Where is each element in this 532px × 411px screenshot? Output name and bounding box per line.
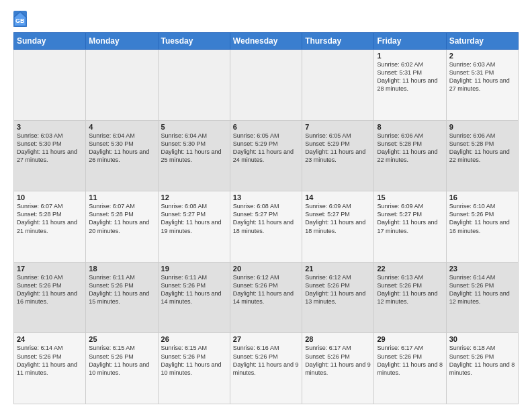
day-number: 9 — [449, 123, 515, 131]
day-cell: 16Sunrise: 6:10 AM Sunset: 5:26 PM Dayli… — [446, 191, 518, 263]
day-number: 7 — [305, 123, 371, 131]
day-info: Sunrise: 6:08 AM Sunset: 5:27 PM Dayligh… — [161, 202, 227, 235]
day-cell: 9Sunrise: 6:06 AM Sunset: 5:28 PM Daylig… — [446, 120, 518, 191]
day-number: 14 — [305, 193, 371, 201]
day-cell: 6Sunrise: 6:05 AM Sunset: 5:29 PM Daylig… — [230, 120, 302, 191]
day-info: Sunrise: 6:04 AM Sunset: 5:30 PM Dayligh… — [89, 132, 154, 165]
day-number: 6 — [233, 123, 299, 131]
calendar-header: SundayMondayTuesdayWednesdayThursdayFrid… — [14, 33, 519, 50]
day-number: 26 — [161, 335, 227, 343]
day-number: 17 — [17, 265, 83, 273]
day-info: Sunrise: 6:06 AM Sunset: 5:28 PM Dayligh… — [449, 132, 515, 165]
day-number: 21 — [305, 265, 371, 273]
day-info: Sunrise: 6:16 AM Sunset: 5:26 PM Dayligh… — [233, 344, 299, 377]
day-info: Sunrise: 6:04 AM Sunset: 5:30 PM Dayligh… — [161, 132, 227, 165]
day-cell: 20Sunrise: 6:12 AM Sunset: 5:26 PM Dayli… — [230, 262, 302, 333]
day-info: Sunrise: 6:05 AM Sunset: 5:29 PM Dayligh… — [233, 132, 299, 165]
day-info: Sunrise: 6:14 AM Sunset: 5:26 PM Dayligh… — [449, 273, 515, 306]
day-info: Sunrise: 6:07 AM Sunset: 5:28 PM Dayligh… — [17, 202, 83, 235]
day-info: Sunrise: 6:09 AM Sunset: 5:27 PM Dayligh… — [305, 202, 371, 235]
day-info: Sunrise: 6:12 AM Sunset: 5:26 PM Dayligh… — [233, 273, 299, 306]
day-number: 28 — [305, 335, 371, 343]
day-number: 27 — [233, 335, 299, 343]
day-cell: 2Sunrise: 6:03 AM Sunset: 5:31 PM Daylig… — [446, 50, 518, 121]
day-number: 10 — [17, 193, 83, 201]
day-info: Sunrise: 6:06 AM Sunset: 5:28 PM Dayligh… — [377, 132, 443, 165]
day-info: Sunrise: 6:03 AM Sunset: 5:31 PM Dayligh… — [449, 60, 515, 93]
logo: GB — [13, 11, 30, 27]
week-row-4: 24Sunrise: 6:14 AM Sunset: 5:26 PM Dayli… — [14, 333, 519, 404]
day-cell: 29Sunrise: 6:17 AM Sunset: 5:26 PM Dayli… — [374, 333, 446, 404]
week-row-3: 17Sunrise: 6:10 AM Sunset: 5:26 PM Dayli… — [14, 262, 519, 333]
day-info: Sunrise: 6:12 AM Sunset: 5:26 PM Dayligh… — [305, 273, 371, 306]
day-info: Sunrise: 6:07 AM Sunset: 5:28 PM Dayligh… — [89, 202, 154, 235]
day-cell: 8Sunrise: 6:06 AM Sunset: 5:28 PM Daylig… — [374, 120, 446, 191]
week-row-2: 10Sunrise: 6:07 AM Sunset: 5:28 PM Dayli… — [14, 191, 519, 263]
page: GB SundayMondayTuesdayWednesdayThursdayF… — [0, 0, 532, 411]
day-info: Sunrise: 6:17 AM Sunset: 5:26 PM Dayligh… — [305, 344, 371, 377]
weekday-monday: Monday — [86, 33, 158, 50]
day-number: 5 — [161, 123, 227, 131]
day-number: 11 — [89, 193, 154, 201]
day-cell: 13Sunrise: 6:08 AM Sunset: 5:27 PM Dayli… — [230, 191, 302, 263]
day-info: Sunrise: 6:03 AM Sunset: 5:30 PM Dayligh… — [17, 132, 83, 165]
day-cell: 15Sunrise: 6:09 AM Sunset: 5:27 PM Dayli… — [374, 191, 446, 263]
day-info: Sunrise: 6:08 AM Sunset: 5:27 PM Dayligh… — [233, 202, 299, 235]
day-info: Sunrise: 6:15 AM Sunset: 5:26 PM Dayligh… — [161, 344, 227, 377]
day-number: 20 — [233, 265, 299, 273]
day-number: 30 — [449, 335, 515, 343]
day-cell: 3Sunrise: 6:03 AM Sunset: 5:30 PM Daylig… — [14, 120, 86, 191]
day-number: 24 — [17, 335, 83, 343]
day-cell: 17Sunrise: 6:10 AM Sunset: 5:26 PM Dayli… — [14, 262, 86, 333]
day-number: 2 — [449, 52, 515, 60]
day-cell: 5Sunrise: 6:04 AM Sunset: 5:30 PM Daylig… — [158, 120, 230, 191]
day-info: Sunrise: 6:11 AM Sunset: 5:26 PM Dayligh… — [161, 273, 227, 306]
week-row-0: 1Sunrise: 6:02 AM Sunset: 5:31 PM Daylig… — [14, 50, 519, 121]
weekday-header-row: SundayMondayTuesdayWednesdayThursdayFrid… — [14, 33, 519, 50]
day-cell: 23Sunrise: 6:14 AM Sunset: 5:26 PM Dayli… — [446, 262, 518, 333]
day-cell: 26Sunrise: 6:15 AM Sunset: 5:26 PM Dayli… — [158, 333, 230, 404]
day-number: 3 — [17, 123, 83, 131]
weekday-friday: Friday — [374, 33, 446, 50]
day-cell: 18Sunrise: 6:11 AM Sunset: 5:26 PM Dayli… — [86, 262, 158, 333]
week-row-1: 3Sunrise: 6:03 AM Sunset: 5:30 PM Daylig… — [14, 120, 519, 191]
day-cell: 19Sunrise: 6:11 AM Sunset: 5:26 PM Dayli… — [158, 262, 230, 333]
weekday-wednesday: Wednesday — [230, 33, 302, 50]
day-number: 29 — [377, 335, 443, 343]
day-cell — [230, 50, 302, 121]
day-number: 8 — [377, 123, 443, 131]
day-info: Sunrise: 6:09 AM Sunset: 5:27 PM Dayligh… — [377, 202, 443, 235]
day-info: Sunrise: 6:17 AM Sunset: 5:26 PM Dayligh… — [377, 344, 443, 377]
day-cell: 12Sunrise: 6:08 AM Sunset: 5:27 PM Dayli… — [158, 191, 230, 263]
day-cell: 1Sunrise: 6:02 AM Sunset: 5:31 PM Daylig… — [374, 50, 446, 121]
day-number: 18 — [89, 265, 154, 273]
day-cell: 28Sunrise: 6:17 AM Sunset: 5:26 PM Dayli… — [302, 333, 374, 404]
weekday-thursday: Thursday — [302, 33, 374, 50]
day-cell — [14, 50, 86, 121]
day-number: 15 — [377, 193, 443, 201]
day-cell: 25Sunrise: 6:15 AM Sunset: 5:26 PM Dayli… — [86, 333, 158, 404]
day-cell — [158, 50, 230, 121]
day-info: Sunrise: 6:11 AM Sunset: 5:26 PM Dayligh… — [89, 273, 154, 306]
day-number: 25 — [89, 335, 154, 343]
day-number: 23 — [449, 265, 515, 273]
day-info: Sunrise: 6:13 AM Sunset: 5:26 PM Dayligh… — [377, 273, 443, 306]
day-number: 4 — [89, 123, 154, 131]
day-info: Sunrise: 6:15 AM Sunset: 5:26 PM Dayligh… — [89, 344, 154, 377]
day-cell: 27Sunrise: 6:16 AM Sunset: 5:26 PM Dayli… — [230, 333, 302, 404]
calendar: SundayMondayTuesdayWednesdayThursdayFrid… — [13, 32, 519, 404]
day-cell: 30Sunrise: 6:18 AM Sunset: 5:26 PM Dayli… — [446, 333, 518, 404]
day-info: Sunrise: 6:10 AM Sunset: 5:26 PM Dayligh… — [17, 273, 83, 306]
day-info: Sunrise: 6:18 AM Sunset: 5:26 PM Dayligh… — [449, 344, 515, 377]
day-cell: 10Sunrise: 6:07 AM Sunset: 5:28 PM Dayli… — [14, 191, 86, 263]
day-cell: 11Sunrise: 6:07 AM Sunset: 5:28 PM Dayli… — [86, 191, 158, 263]
day-info: Sunrise: 6:10 AM Sunset: 5:26 PM Dayligh… — [449, 202, 515, 235]
day-cell: 4Sunrise: 6:04 AM Sunset: 5:30 PM Daylig… — [86, 120, 158, 191]
weekday-tuesday: Tuesday — [158, 33, 230, 50]
calendar-body: 1Sunrise: 6:02 AM Sunset: 5:31 PM Daylig… — [14, 50, 519, 404]
day-info: Sunrise: 6:02 AM Sunset: 5:31 PM Dayligh… — [377, 60, 443, 93]
weekday-sunday: Sunday — [14, 33, 86, 50]
logo-icon: GB — [13, 11, 27, 27]
day-info: Sunrise: 6:14 AM Sunset: 5:26 PM Dayligh… — [17, 344, 83, 377]
day-number: 13 — [233, 193, 299, 201]
